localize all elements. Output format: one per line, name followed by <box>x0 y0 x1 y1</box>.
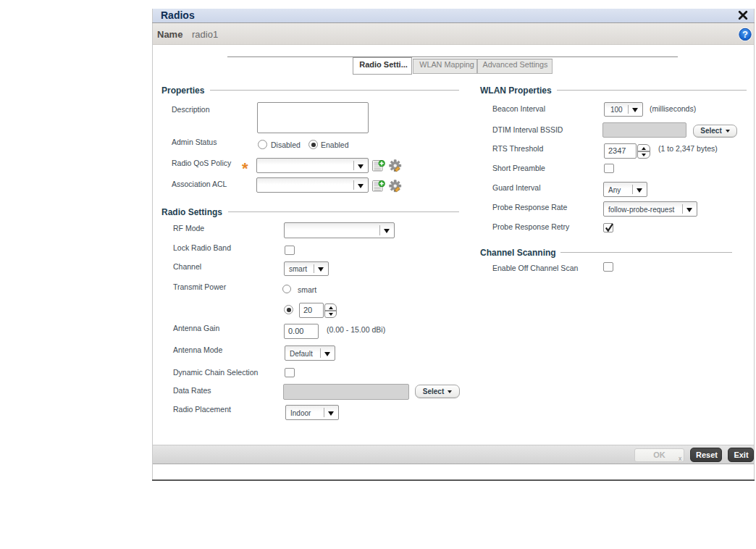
svg-text:?: ? <box>742 29 748 40</box>
